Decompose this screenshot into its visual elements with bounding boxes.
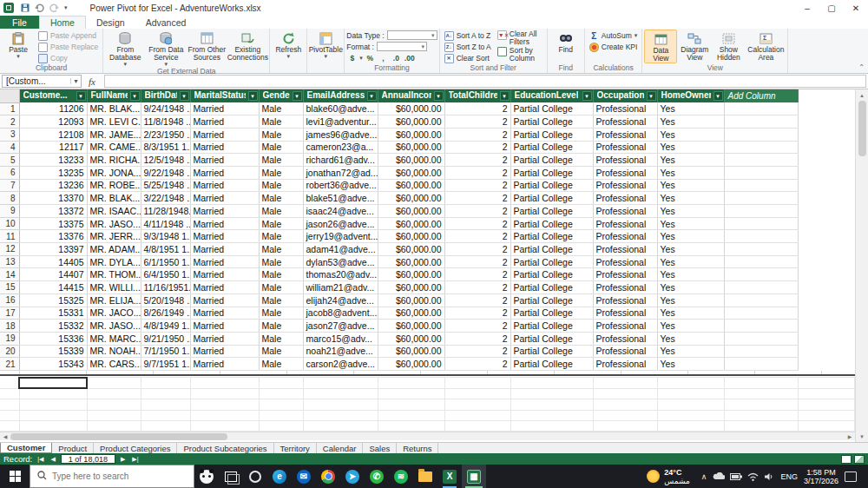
measure-cell[interactable] <box>190 388 259 399</box>
sheet-tab-product[interactable]: Product <box>52 443 94 453</box>
column-header-8[interactable]: EducationLevel▼ <box>510 89 593 102</box>
cell[interactable]: Partial College <box>510 192 593 205</box>
cell[interactable]: 11/8/1948 ... <box>141 115 190 129</box>
column-header-6[interactable]: AnnualIncome▼ <box>378 89 444 102</box>
select-all-corner[interactable] <box>0 89 19 102</box>
cell[interactable]: Professional <box>593 230 657 243</box>
measure-cell[interactable] <box>141 421 190 432</box>
cell[interactable]: Male <box>259 192 303 205</box>
measure-cell[interactable] <box>378 399 444 410</box>
search-input[interactable] <box>52 472 174 481</box>
volume-icon[interactable] <box>764 472 774 481</box>
add-column-cell[interactable] <box>724 179 798 192</box>
cell[interactable]: 13235 <box>19 166 87 179</box>
panda-app-icon[interactable] <box>194 465 219 488</box>
paste-replace-button[interactable]: Paste Replace <box>36 42 101 52</box>
row-number[interactable]: 10 <box>0 217 19 230</box>
cell[interactable]: 2/23/1950 ... <box>141 128 190 141</box>
cell[interactable]: Male <box>259 115 303 129</box>
cell[interactable]: MR. JASO... <box>87 217 141 230</box>
chrome-browser-icon[interactable] <box>316 465 340 488</box>
cell[interactable]: 15343 <box>19 358 87 371</box>
measure-cell[interactable] <box>259 421 303 432</box>
cell[interactable]: Partial College <box>510 141 593 154</box>
cell[interactable]: MR. THOM... <box>87 268 141 281</box>
cell[interactable]: Male <box>259 307 303 320</box>
cell[interactable]: Professional <box>593 281 657 294</box>
cell[interactable]: 2 <box>444 293 510 307</box>
filter-dropdown-icon[interactable]: ▼ <box>647 91 656 101</box>
sort-a-to-z-button[interactable]: A↓Sort A to Z <box>442 30 494 41</box>
measure-cell[interactable] <box>510 410 593 420</box>
cell[interactable]: Professional <box>593 141 657 154</box>
cell[interactable]: MR. ADAM... <box>87 243 141 256</box>
cell[interactable]: Male <box>259 154 303 167</box>
column-header-5[interactable]: EmailAddress▼ <box>303 89 378 102</box>
cell[interactable]: Male <box>259 345 303 358</box>
cell[interactable]: 12093 <box>19 115 87 129</box>
weather-widget[interactable]: 24°C مشمس <box>641 468 695 485</box>
close-button[interactable]: ✕ <box>844 0 868 16</box>
cell[interactable]: 9/24/1948 ... <box>141 102 190 115</box>
sheet-tab-customer[interactable]: Customer <box>0 443 52 453</box>
cell[interactable]: isaac24@adve... <box>303 205 378 218</box>
add-column-cell[interactable] <box>724 243 798 256</box>
cell[interactable]: 11/28/1948... <box>141 205 190 218</box>
tab-home[interactable]: Home <box>39 16 86 29</box>
measure-cell[interactable] <box>19 399 87 410</box>
row-number[interactable]: 19 <box>0 332 19 345</box>
measure-cell[interactable] <box>141 399 190 410</box>
copy-button[interactable]: Copy <box>36 53 101 63</box>
cell[interactable]: 5/20/1948 ... <box>141 293 190 307</box>
add-column-cell[interactable] <box>724 345 798 358</box>
clear-sort-button[interactable]: ✕Clear Sort <box>442 53 494 63</box>
cell[interactable]: Professional <box>593 192 657 205</box>
cell[interactable]: Male <box>259 358 303 371</box>
maximize-button[interactable]: ▢ <box>819 0 844 16</box>
filter-dropdown-icon[interactable]: ▼ <box>367 91 377 101</box>
cell[interactable]: Male <box>259 332 303 345</box>
filter-dropdown-icon[interactable]: ▼ <box>500 91 510 101</box>
cell[interactable]: Yes <box>657 205 724 218</box>
column-header-9[interactable]: Occupation▼ <box>593 89 657 102</box>
cell[interactable]: Yes <box>657 293 724 307</box>
sheet-tab-territory[interactable]: Territory <box>274 443 317 453</box>
cell[interactable]: Male <box>259 128 303 141</box>
measure-cell[interactable] <box>798 421 855 432</box>
taskbar-search[interactable] <box>30 465 194 488</box>
cell[interactable]: Married <box>190 293 259 307</box>
cell[interactable]: Male <box>259 320 303 333</box>
cell[interactable]: 15325 <box>19 293 87 307</box>
cell[interactable]: Yes <box>657 281 724 294</box>
cell[interactable]: 13397 <box>19 243 87 256</box>
start-button[interactable] <box>0 465 30 488</box>
cell[interactable]: Yes <box>657 358 724 371</box>
row-number[interactable]: 7 <box>0 179 19 192</box>
cell[interactable]: Professional <box>593 332 657 345</box>
cell[interactable]: Professional <box>593 345 657 358</box>
cell[interactable]: 14405 <box>19 255 87 268</box>
spotify-app-icon[interactable]: ≋ <box>389 465 413 488</box>
measure-cell[interactable] <box>510 399 593 410</box>
add-column-cell[interactable] <box>724 192 798 205</box>
add-column-cell[interactable] <box>724 293 798 307</box>
cell[interactable]: Partial College <box>510 154 593 167</box>
cell[interactable]: Professional <box>593 255 657 268</box>
calculation-area-button[interactable]: Σ Calculation Area <box>746 30 786 63</box>
cell[interactable]: Male <box>259 255 303 268</box>
paste-append-button[interactable]: Paste Append <box>36 30 101 41</box>
cell[interactable]: jason26@adve... <box>303 217 378 230</box>
tab-advanced[interactable]: Advanced <box>135 16 197 29</box>
measure-cell[interactable] <box>190 421 259 432</box>
edge-browser-icon[interactable]: e <box>267 465 292 488</box>
measure-cell[interactable] <box>378 388 444 399</box>
cell[interactable]: 2 <box>444 205 510 218</box>
measure-cell[interactable] <box>87 378 141 388</box>
cell[interactable]: MR. JONA... <box>87 166 141 179</box>
measure-cell[interactable] <box>0 410 19 420</box>
percent-format-button[interactable]: % <box>365 53 376 63</box>
cell[interactable]: 9/3/1948 1... <box>141 230 190 243</box>
cell[interactable]: Male <box>259 281 303 294</box>
cell[interactable]: 14415 <box>19 281 87 294</box>
cell[interactable]: 2 <box>444 154 510 167</box>
